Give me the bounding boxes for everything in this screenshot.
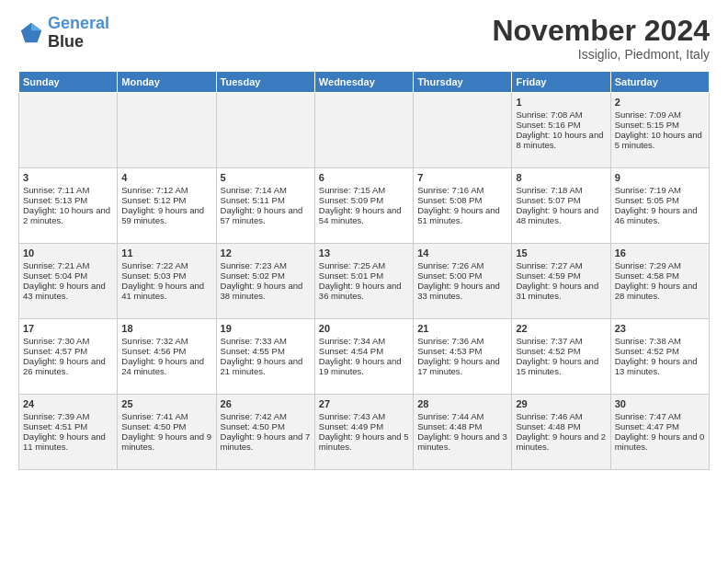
sunrise-text: Sunrise: 7:26 AM (417, 260, 507, 270)
daylight-text: Daylight: 9 hours and 7 minutes. (221, 431, 311, 452)
day-number: 8 (516, 172, 606, 183)
day-number: 18 (121, 323, 211, 334)
calendar-cell: 30Sunrise: 7:47 AMSunset: 4:47 PMDayligh… (610, 395, 709, 470)
sunrise-text: Sunrise: 7:15 AM (319, 185, 409, 195)
day-number: 16 (615, 247, 705, 259)
header: General Blue November 2024 Issiglio, Pie… (18, 15, 710, 62)
day-number: 19 (221, 323, 311, 334)
sunset-text: Sunset: 5:09 PM (319, 195, 409, 205)
sunset-text: Sunset: 5:12 PM (121, 195, 211, 205)
day-number: 22 (516, 323, 606, 334)
sunset-text: Sunset: 4:54 PM (319, 346, 409, 356)
daylight-text: Daylight: 9 hours and 43 minutes. (23, 281, 113, 301)
sunrise-text: Sunrise: 7:27 AM (516, 260, 606, 270)
calendar-cell: 18Sunrise: 7:32 AMSunset: 4:56 PMDayligh… (118, 319, 216, 395)
sunrise-text: Sunrise: 7:39 AM (23, 411, 113, 421)
daylight-text: Daylight: 9 hours and 26 minutes. (23, 356, 113, 376)
calendar-cell: 4Sunrise: 7:12 AMSunset: 5:12 PMDaylight… (118, 168, 216, 244)
weekday-header-sunday: Sunday (19, 72, 118, 93)
day-number: 17 (23, 323, 113, 334)
sunrise-text: Sunrise: 7:09 AM (615, 109, 705, 120)
sunrise-text: Sunrise: 7:44 AM (417, 411, 507, 421)
day-number: 27 (319, 398, 409, 409)
sunset-text: Sunset: 5:04 PM (23, 270, 113, 281)
calendar-cell: 20Sunrise: 7:34 AMSunset: 4:54 PMDayligh… (314, 319, 413, 395)
sunset-text: Sunset: 4:57 PM (23, 346, 113, 356)
daylight-text: Daylight: 9 hours and 38 minutes. (221, 281, 311, 301)
sunrise-text: Sunrise: 7:11 AM (23, 185, 113, 195)
logo-text: General Blue (48, 15, 109, 52)
daylight-text: Daylight: 9 hours and 48 minutes. (516, 205, 606, 225)
sunrise-text: Sunrise: 7:16 AM (417, 185, 507, 195)
calendar-cell: 17Sunrise: 7:30 AMSunset: 4:57 PMDayligh… (19, 319, 118, 395)
sunrise-text: Sunrise: 7:42 AM (221, 411, 311, 421)
sunset-text: Sunset: 4:50 PM (221, 421, 311, 431)
calendar-cell: 11Sunrise: 7:22 AMSunset: 5:03 PMDayligh… (118, 244, 216, 319)
sunrise-text: Sunrise: 7:25 AM (319, 260, 409, 270)
day-number: 11 (121, 247, 211, 259)
sunset-text: Sunset: 4:52 PM (516, 346, 606, 356)
calendar-cell: 16Sunrise: 7:29 AMSunset: 4:58 PMDayligh… (610, 244, 709, 319)
calendar-cell: 19Sunrise: 7:33 AMSunset: 4:55 PMDayligh… (216, 319, 314, 395)
sunrise-text: Sunrise: 7:22 AM (121, 260, 211, 270)
calendar-cell: 29Sunrise: 7:46 AMSunset: 4:48 PMDayligh… (512, 395, 610, 470)
calendar-cell: 24Sunrise: 7:39 AMSunset: 4:51 PMDayligh… (19, 395, 118, 470)
main-title: November 2024 (492, 15, 710, 47)
calendar-cell: 21Sunrise: 7:36 AMSunset: 4:53 PMDayligh… (414, 319, 512, 395)
day-number: 5 (221, 172, 311, 183)
day-number: 21 (417, 323, 507, 334)
calendar-cell: 22Sunrise: 7:37 AMSunset: 4:52 PMDayligh… (512, 319, 610, 395)
day-number: 25 (121, 398, 211, 409)
sunrise-text: Sunrise: 7:14 AM (221, 185, 311, 195)
calendar-cell: 6Sunrise: 7:15 AMSunset: 5:09 PMDaylight… (314, 168, 413, 244)
sunrise-text: Sunrise: 7:43 AM (319, 411, 409, 421)
weekday-header-wednesday: Wednesday (314, 72, 413, 93)
daylight-text: Daylight: 9 hours and 24 minutes. (121, 356, 211, 376)
calendar-cell: 26Sunrise: 7:42 AMSunset: 4:50 PMDayligh… (216, 395, 314, 470)
sunrise-text: Sunrise: 7:47 AM (615, 411, 705, 421)
day-number: 14 (417, 247, 507, 259)
day-number: 29 (516, 398, 606, 409)
sunrise-text: Sunrise: 7:21 AM (23, 260, 113, 270)
sunset-text: Sunset: 5:08 PM (417, 195, 507, 205)
daylight-text: Daylight: 9 hours and 41 minutes. (121, 281, 211, 301)
daylight-text: Daylight: 9 hours and 31 minutes. (516, 281, 606, 301)
sunset-text: Sunset: 4:49 PM (319, 421, 409, 431)
calendar-row-1: 1Sunrise: 7:08 AMSunset: 5:16 PMDaylight… (19, 93, 710, 168)
daylight-text: Daylight: 9 hours and 33 minutes. (417, 281, 507, 301)
daylight-text: Daylight: 9 hours and 59 minutes. (121, 205, 211, 225)
sunrise-text: Sunrise: 7:23 AM (221, 260, 311, 270)
calendar-cell: 25Sunrise: 7:41 AMSunset: 4:50 PMDayligh… (118, 395, 216, 470)
day-number: 15 (516, 247, 606, 259)
sunset-text: Sunset: 5:03 PM (121, 270, 211, 281)
daylight-text: Daylight: 9 hours and 3 minutes. (417, 431, 507, 452)
sunset-text: Sunset: 4:51 PM (23, 421, 113, 431)
sunset-text: Sunset: 4:48 PM (516, 421, 606, 431)
calendar-cell: 14Sunrise: 7:26 AMSunset: 5:00 PMDayligh… (414, 244, 512, 319)
calendar-cell (118, 93, 216, 168)
sunrise-text: Sunrise: 7:08 AM (516, 109, 606, 120)
weekday-header-row: SundayMondayTuesdayWednesdayThursdayFrid… (19, 72, 710, 93)
calendar-cell (19, 93, 118, 168)
calendar-cell: 23Sunrise: 7:38 AMSunset: 4:52 PMDayligh… (610, 319, 709, 395)
daylight-text: Daylight: 9 hours and 54 minutes. (319, 205, 409, 225)
sunset-text: Sunset: 4:56 PM (121, 346, 211, 356)
day-number: 3 (23, 172, 113, 183)
title-block: November 2024 Issiglio, Piedmont, Italy (492, 15, 710, 62)
sunset-text: Sunset: 5:07 PM (516, 195, 606, 205)
day-number: 9 (615, 172, 705, 183)
day-number: 12 (221, 247, 311, 259)
calendar-cell: 10Sunrise: 7:21 AMSunset: 5:04 PMDayligh… (19, 244, 118, 319)
day-number: 10 (23, 247, 113, 259)
day-number: 30 (615, 398, 705, 409)
day-number: 7 (417, 172, 507, 183)
day-number: 24 (23, 398, 113, 409)
sunrise-text: Sunrise: 7:30 AM (23, 336, 113, 346)
sunrise-text: Sunrise: 7:41 AM (121, 411, 211, 421)
sunset-text: Sunset: 5:02 PM (221, 270, 311, 281)
daylight-text: Daylight: 9 hours and 13 minutes. (615, 356, 705, 376)
sunset-text: Sunset: 4:53 PM (417, 346, 507, 356)
day-number: 20 (319, 323, 409, 334)
sunrise-text: Sunrise: 7:34 AM (319, 336, 409, 346)
daylight-text: Daylight: 9 hours and 5 minutes. (319, 431, 409, 452)
